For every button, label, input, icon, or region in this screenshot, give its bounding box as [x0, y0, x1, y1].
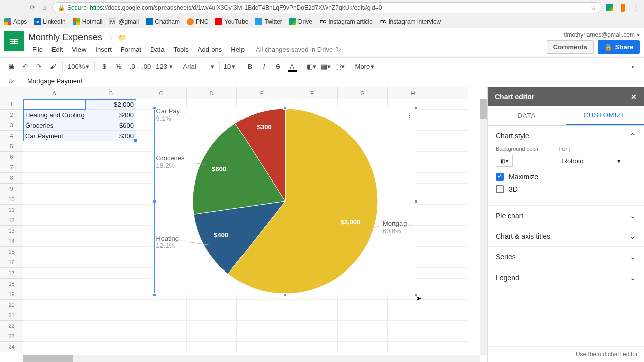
collapse-toolbar-icon[interactable]: «	[627, 60, 640, 73]
section-series[interactable]: Series⌄	[488, 247, 644, 267]
text-color-icon[interactable]: A	[286, 60, 299, 73]
bookmark-fc-article[interactable]: FCinstagram article	[319, 18, 373, 25]
percent-icon[interactable]: %	[112, 60, 125, 73]
italic-icon[interactable]: I	[258, 60, 271, 73]
menu-file[interactable]: File	[28, 45, 47, 54]
bookmark-gmail[interactable]: M@gmail	[109, 18, 139, 25]
formula-input[interactable]: Mortgage Payment	[23, 77, 644, 85]
merge-icon[interactable]: ⬚▾	[334, 60, 347, 73]
decrease-decimal-icon[interactable]: .0	[126, 60, 139, 73]
tab-data[interactable]: DATA	[488, 106, 566, 125]
home-icon[interactable]: ⌂	[40, 4, 48, 12]
svg-text:12.1%: 12.1%	[156, 242, 175, 249]
fill-color-icon[interactable]: ◧▾	[305, 60, 318, 73]
secure-badge: 🔒 Secure	[58, 4, 87, 11]
format-dropdown[interactable]: 123 ▾	[154, 60, 174, 73]
lock-icon: 🔒	[58, 4, 65, 11]
section-pie-chart[interactable]: Pie chart⌄	[488, 206, 644, 226]
section-chart-style[interactable]: Chart style⌃	[488, 126, 644, 146]
menu-help[interactable]: Help	[227, 45, 249, 54]
bookmark-fc-interview[interactable]: FCinstagram interview	[380, 18, 441, 25]
paint-format-icon[interactable]: 🖌	[46, 60, 59, 73]
bookmark-pnc[interactable]: PNC	[187, 18, 208, 25]
back-icon[interactable]: ←	[4, 4, 12, 12]
chevron-down-icon: ⌄	[630, 232, 636, 240]
tab-customize[interactable]: CUSTOMIZE	[566, 106, 645, 125]
menu-edit[interactable]: Edit	[48, 45, 67, 54]
svg-text:Mortgag…: Mortgag…	[383, 220, 413, 227]
strikethrough-icon[interactable]: S	[272, 60, 285, 73]
sidebar-title: Chart editor	[495, 93, 534, 101]
profile-icon[interactable]	[621, 4, 625, 12]
font-dropdown[interactable]: Arial▾	[181, 60, 216, 73]
reload-icon[interactable]: ⟳	[28, 4, 36, 12]
save-status: All changes saved in Drive↻	[256, 46, 341, 53]
bg-color-picker[interactable]: ◧ ▾	[496, 155, 513, 167]
address-bar[interactable]: 🔒 Secure https://docs.google.com/spreads…	[52, 2, 602, 13]
zoom-dropdown[interactable]: 100% ▾	[66, 60, 91, 73]
print-icon[interactable]: 🖶	[4, 60, 17, 73]
chart-object[interactable]: ⋮ Mortgag…60.6%Heating…12.1%Groceries18.…	[154, 108, 416, 295]
vertical-scrollbar[interactable]	[480, 99, 487, 355]
svg-text:$2,000: $2,000	[341, 218, 361, 226]
increase-decimal-icon[interactable]: .00	[140, 60, 153, 73]
doc-title[interactable]: Monthly Expenses	[28, 32, 102, 43]
section-legend[interactable]: Legend⌄	[488, 267, 644, 288]
account-email[interactable]: timothyrjames@gmail.com▾	[564, 31, 640, 38]
font-size-dropdown[interactable]: 10 ▾	[223, 60, 237, 73]
bookmark-linkedin[interactable]: inLinkedIn	[34, 18, 65, 25]
font-label: Font	[559, 146, 624, 152]
bookmark-apps[interactable]: Apps	[4, 18, 27, 25]
svg-rect-4	[14, 39, 15, 44]
forward-icon[interactable]: →	[16, 4, 24, 12]
svg-text:Groceries: Groceries	[156, 154, 184, 162]
menu-insert[interactable]: Insert	[91, 45, 116, 54]
history-icon[interactable]: ↻	[336, 46, 341, 53]
bookmark-drive[interactable]: Drive	[289, 18, 312, 25]
section-chart-titles[interactable]: Chart & axis titles⌄	[488, 226, 644, 246]
menu-data[interactable]: Data	[146, 45, 168, 54]
drive-icon[interactable]	[606, 4, 614, 12]
bookmark-star-icon[interactable]: ☆	[591, 4, 596, 11]
bookmarks-bar: Apps inLinkedIn Hotmail M@gmail Chatham …	[0, 15, 644, 28]
folder-icon[interactable]: 📁	[118, 34, 126, 41]
menu-tools[interactable]: Tools	[169, 45, 192, 54]
spreadsheet-grid[interactable]: ABCDEFGHI 123456789101112131415161718192…	[0, 87, 487, 362]
menu-format[interactable]: Format	[117, 45, 145, 54]
bookmark-hotmail[interactable]: Hotmail	[73, 18, 103, 25]
checkbox-3d[interactable]: 3D	[496, 185, 636, 193]
chevron-down-icon: ⌄	[630, 253, 636, 261]
comments-button[interactable]: Comments	[547, 40, 594, 54]
app-header: Monthly Expenses ☆ 📁 File Edit View Inse…	[0, 28, 644, 55]
svg-text:$400: $400	[214, 231, 228, 239]
checkbox-maximize[interactable]: Maximize	[496, 173, 636, 181]
svg-text:Car Pay…: Car Pay…	[156, 108, 186, 115]
redo-icon[interactable]: ↷	[32, 60, 45, 73]
chrome-menu-icon[interactable]: ⋮	[632, 4, 640, 12]
chart-menu-icon[interactable]: ⋮	[406, 111, 413, 119]
star-icon[interactable]: ☆	[107, 34, 113, 41]
svg-text:60.6%: 60.6%	[383, 227, 401, 235]
undo-icon[interactable]: ↶	[18, 60, 31, 73]
font-picker[interactable]: Roboto▾	[559, 155, 624, 167]
svg-text:Heating…: Heating…	[156, 235, 185, 242]
bg-color-label: Background color	[496, 146, 539, 152]
bookmark-twitter[interactable]: Twitter	[255, 18, 282, 25]
chart-editor-sidebar: Chart editor ✕ DATA CUSTOMIZE Chart styl…	[487, 87, 644, 362]
old-editor-link[interactable]: Use the old chart editor	[488, 346, 644, 362]
borders-icon[interactable]: ▦▾	[319, 60, 333, 73]
bookmark-youtube[interactable]: YouTube	[215, 18, 248, 25]
fx-icon: fx	[0, 77, 23, 85]
bold-icon[interactable]: B	[244, 60, 257, 73]
currency-icon[interactable]: $	[98, 60, 111, 73]
menu-bar: File Edit View Insert Format Data Tools …	[28, 43, 547, 55]
svg-line-14	[244, 117, 260, 117]
sheets-logo[interactable]	[4, 31, 24, 51]
share-button[interactable]: 🔒Share	[598, 40, 640, 54]
more-dropdown[interactable]: More ▾	[353, 60, 377, 73]
bookmark-chatham[interactable]: Chatham	[146, 18, 180, 25]
close-icon[interactable]: ✕	[631, 93, 637, 101]
menu-view[interactable]: View	[68, 45, 90, 54]
horizontal-scrollbar[interactable]	[23, 355, 480, 362]
menu-addons[interactable]: Add-ons	[194, 45, 226, 54]
